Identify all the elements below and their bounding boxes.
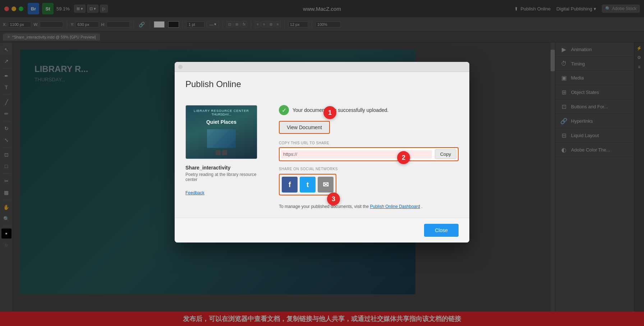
step-bubble-1: 1 <box>323 106 336 119</box>
manage-text: To manage your published documents, visi… <box>279 204 459 209</box>
step-bubble-3: 3 <box>327 193 340 205</box>
url-row: Copy <box>279 147 459 161</box>
facebook-share-button[interactable]: f <box>282 177 298 193</box>
dialog-left-panel: LIBRARY RESOURCE CENTER THURSDAY... Quie… <box>185 105 268 209</box>
modal-overlay: Publish Online LIBRARY RESOURCE CENTER T… <box>0 0 644 326</box>
social-share-row: f t ✉ <box>279 174 336 195</box>
feedback-link[interactable]: Feedback <box>185 190 204 195</box>
email-share-button[interactable]: ✉ <box>318 177 334 193</box>
success-icon: ✓ <box>279 105 289 115</box>
success-row: ✓ Your document was successfully uploade… <box>279 105 459 115</box>
dashboard-link[interactable]: Publish Online Dashboard <box>370 204 420 209</box>
social-section-label: SHARE ON SOCIAL NETWORKS <box>279 167 459 171</box>
dialog-close-traffic-light[interactable] <box>178 65 183 69</box>
manage-text-after: . <box>421 204 422 209</box>
dialog-body: LIBRARY RESOURCE CENTER THURSDAY... Quie… <box>175 96 469 218</box>
document-description: Poetry reading at the library resource c… <box>185 172 268 182</box>
thumb-label: LIBRARY RESOURCE CENTER <box>194 109 249 113</box>
document-thumbnail: LIBRARY RESOURCE CENTER THURSDAY... Quie… <box>185 105 257 159</box>
dialog-title: Publish Online <box>185 79 459 89</box>
copy-url-button[interactable]: Copy <box>435 149 456 159</box>
thumb-sublabel: THURSDAY... <box>211 113 231 116</box>
url-section-label: COPY THIS URL TO SHARE <box>279 141 459 145</box>
dialog-footer: Close <box>175 218 469 243</box>
publish-online-dialog: Publish Online LIBRARY RESOURCE CENTER T… <box>175 62 469 243</box>
step-bubble-2: 2 <box>397 151 410 164</box>
document-name: Share_interactivity <box>185 165 268 171</box>
dialog-right-panel: ✓ Your document was successfully uploade… <box>279 105 459 209</box>
close-dialog-button[interactable]: Close <box>424 224 459 237</box>
thumbnail-inner: LIBRARY RESOURCE CENTER THURSDAY... Quie… <box>186 105 257 159</box>
success-message: Your document was successfully uploaded. <box>293 107 388 113</box>
twitter-share-button[interactable]: t <box>300 177 316 193</box>
manage-text-before: To manage your published documents, visi… <box>279 204 370 209</box>
dialog-titlebar <box>175 62 469 72</box>
view-document-button[interactable]: View Document <box>279 121 330 134</box>
thumb-title: Quiet Places <box>206 119 236 125</box>
